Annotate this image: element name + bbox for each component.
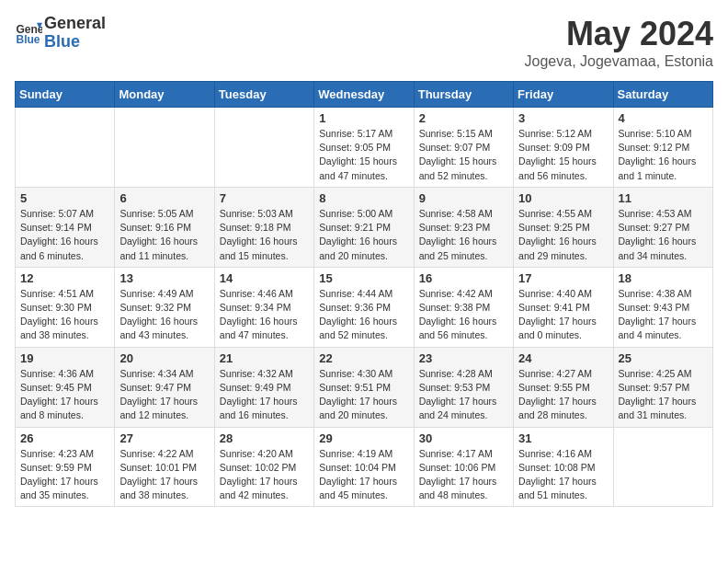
sunrise-text: Sunrise: 4:40 AM: [518, 288, 592, 299]
sunrise-text: Sunrise: 4:46 AM: [220, 288, 293, 299]
day-number: 12: [20, 271, 109, 285]
day-number: 28: [220, 431, 309, 445]
sunset-text: Sunset: 9:47 PM: [119, 382, 191, 393]
calendar-title: May 2024: [525, 15, 713, 53]
day-number: 14: [220, 271, 309, 285]
calendar-cell: 31 Sunrise: 4:16 AM Sunset: 10:08 PM Day…: [514, 427, 613, 507]
sunset-text: Sunset: 9:57 PM: [619, 382, 690, 393]
sunrise-text: Sunrise: 4:27 AM: [518, 368, 592, 379]
sunset-text: Sunset: 9:05 PM: [319, 142, 391, 153]
calendar-cell: 26 Sunrise: 4:23 AM Sunset: 9:59 PM Dayl…: [16, 427, 115, 507]
day-number: 30: [419, 431, 508, 445]
daylight-text: Daylight: 16 hours and 38 minutes.: [20, 316, 98, 340]
day-number: 8: [319, 191, 408, 205]
calendar-cell: [115, 108, 214, 188]
daylight-text: Daylight: 17 hours and 31 minutes.: [619, 396, 697, 420]
header-tuesday: Tuesday: [214, 82, 313, 108]
sunrise-text: Sunrise: 4:17 AM: [419, 448, 493, 459]
header-wednesday: Wednesday: [314, 82, 414, 108]
sunset-text: Sunset: 10:04 PM: [319, 462, 395, 473]
calendar-cell: 27 Sunrise: 4:22 AM Sunset: 10:01 PM Day…: [115, 427, 214, 507]
header-saturday: Saturday: [613, 82, 712, 108]
sunrise-text: Sunrise: 4:16 AM: [518, 448, 592, 459]
day-number: 3: [518, 111, 608, 125]
daylight-text: Daylight: 17 hours and 48 minutes.: [419, 476, 497, 500]
sunset-text: Sunset: 9:21 PM: [319, 222, 391, 233]
sunset-text: Sunset: 9:43 PM: [619, 302, 690, 313]
day-number: 19: [20, 351, 109, 365]
daylight-text: Daylight: 17 hours and 12 minutes.: [119, 396, 198, 420]
sunset-text: Sunset: 9:53 PM: [419, 382, 491, 393]
calendar-cell: 7 Sunrise: 5:03 AM Sunset: 9:18 PM Dayli…: [214, 187, 313, 267]
calendar-cell: 18 Sunrise: 4:38 AM Sunset: 9:43 PM Dayl…: [613, 267, 712, 347]
logo-text: General Blue: [44, 15, 106, 52]
daylight-text: Daylight: 16 hours and 56 minutes.: [419, 316, 497, 340]
daylight-text: Daylight: 15 hours and 56 minutes.: [518, 155, 597, 180]
sunrise-text: Sunrise: 5:10 AM: [619, 128, 692, 139]
sunrise-text: Sunrise: 5:03 AM: [220, 208, 293, 219]
calendar-cell: 1 Sunrise: 5:17 AM Sunset: 9:05 PM Dayli…: [314, 108, 414, 188]
sunset-text: Sunset: 9:38 PM: [419, 302, 491, 313]
daylight-text: Daylight: 17 hours and 42 minutes.: [220, 476, 298, 500]
day-number: 7: [220, 191, 309, 205]
calendar-cell: 29 Sunrise: 4:19 AM Sunset: 10:04 PM Day…: [314, 427, 414, 507]
sunset-text: Sunset: 9:07 PM: [419, 142, 491, 153]
day-number: 9: [419, 191, 508, 205]
sunrise-text: Sunrise: 4:38 AM: [619, 288, 692, 299]
calendar-cell: 5 Sunrise: 5:07 AM Sunset: 9:14 PM Dayli…: [16, 187, 115, 267]
calendar-cell: [613, 427, 712, 507]
sunrise-text: Sunrise: 5:12 AM: [518, 128, 592, 139]
calendar-cell: 16 Sunrise: 4:42 AM Sunset: 9:38 PM Dayl…: [414, 267, 513, 347]
calendar-location: Jogeva, Jogevamaa, Estonia: [525, 53, 713, 70]
calendar-cell: 20 Sunrise: 4:34 AM Sunset: 9:47 PM Dayl…: [115, 347, 214, 427]
day-number: 1: [319, 111, 408, 125]
calendar-cell: 15 Sunrise: 4:44 AM Sunset: 9:36 PM Dayl…: [314, 267, 414, 347]
sunrise-text: Sunrise: 5:07 AM: [20, 208, 94, 219]
day-number: 29: [319, 431, 408, 445]
calendar-cell: 12 Sunrise: 4:51 AM Sunset: 9:30 PM Dayl…: [16, 267, 115, 347]
calendar-cell: 19 Sunrise: 4:36 AM Sunset: 9:45 PM Dayl…: [16, 347, 115, 427]
daylight-text: Daylight: 16 hours and 34 minutes.: [619, 236, 697, 260]
sunset-text: Sunset: 10:06 PM: [419, 462, 495, 473]
day-number: 21: [220, 351, 309, 365]
day-number: 6: [119, 191, 209, 205]
sunrise-text: Sunrise: 4:28 AM: [419, 368, 493, 379]
day-number: 10: [518, 191, 608, 205]
sunrise-text: Sunrise: 4:49 AM: [119, 288, 193, 299]
calendar-cell: 3 Sunrise: 5:12 AM Sunset: 9:09 PM Dayli…: [514, 108, 613, 188]
sunset-text: Sunset: 9:23 PM: [419, 222, 491, 233]
daylight-text: Daylight: 16 hours and 43 minutes.: [119, 316, 198, 340]
sunset-text: Sunset: 9:09 PM: [518, 142, 590, 153]
sunset-text: Sunset: 9:36 PM: [319, 302, 391, 313]
sunset-text: Sunset: 9:41 PM: [518, 302, 590, 313]
day-number: 13: [119, 271, 209, 285]
sunrise-text: Sunrise: 4:51 AM: [20, 288, 94, 299]
daylight-text: Daylight: 17 hours and 4 minutes.: [619, 316, 697, 340]
sunset-text: Sunset: 9:12 PM: [619, 142, 690, 153]
calendar-cell: 30 Sunrise: 4:17 AM Sunset: 10:06 PM Day…: [414, 427, 513, 507]
sunrise-text: Sunrise: 4:22 AM: [119, 448, 193, 459]
calendar-cell: 17 Sunrise: 4:40 AM Sunset: 9:41 PM Dayl…: [514, 267, 613, 347]
header-monday: Monday: [115, 82, 214, 108]
weekday-header-row: Sunday Monday Tuesday Wednesday Thursday…: [16, 82, 713, 108]
sunrise-text: Sunrise: 4:20 AM: [220, 448, 293, 459]
calendar-cell: 13 Sunrise: 4:49 AM Sunset: 9:32 PM Dayl…: [115, 267, 214, 347]
week-row-1: 1 Sunrise: 5:17 AM Sunset: 9:05 PM Dayli…: [16, 108, 713, 188]
sunset-text: Sunset: 9:30 PM: [20, 302, 92, 313]
sunset-text: Sunset: 9:51 PM: [319, 382, 391, 393]
svg-text:Blue: Blue: [17, 32, 40, 45]
sunrise-text: Sunrise: 4:34 AM: [119, 368, 193, 379]
daylight-text: Daylight: 16 hours and 11 minutes.: [119, 236, 198, 260]
sunset-text: Sunset: 9:32 PM: [119, 302, 191, 313]
week-row-2: 5 Sunrise: 5:07 AM Sunset: 9:14 PM Dayli…: [16, 187, 713, 267]
daylight-text: Daylight: 16 hours and 29 minutes.: [518, 236, 597, 260]
daylight-text: Daylight: 16 hours and 20 minutes.: [319, 236, 397, 260]
sunset-text: Sunset: 9:16 PM: [119, 222, 191, 233]
sunrise-text: Sunrise: 5:17 AM: [319, 128, 392, 139]
logo-general-text: General: [44, 15, 106, 33]
calendar-cell: 4 Sunrise: 5:10 AM Sunset: 9:12 PM Dayli…: [613, 108, 712, 188]
day-number: 24: [518, 351, 608, 365]
calendar-cell: 23 Sunrise: 4:28 AM Sunset: 9:53 PM Dayl…: [414, 347, 513, 427]
daylight-text: Daylight: 17 hours and 51 minutes.: [518, 476, 597, 500]
day-number: 26: [20, 431, 109, 445]
